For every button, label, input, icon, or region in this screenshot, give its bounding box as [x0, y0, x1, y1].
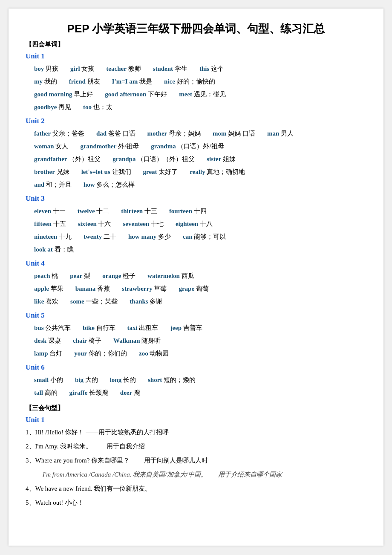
vocab-en: zoo	[139, 350, 148, 357]
vocab-block: father 父亲；爸爸dad 爸爸 口语mother 母亲；妈妈mom 妈妈 …	[34, 127, 366, 191]
vocab-cn: 好的；愉快的	[175, 78, 215, 85]
vocab-item: I'm=I am 我是	[112, 75, 152, 88]
vocab-en: thirteen	[121, 208, 143, 214]
vocab-cn: 学生	[173, 65, 187, 72]
vocab-row: lamp 台灯your 你的；你们的zoo 动物园	[34, 347, 366, 360]
vocab-cn: 十九	[57, 233, 72, 240]
vocab-row: nineteen 十九twenty 二十how many 多少can 能够；可以	[34, 230, 366, 243]
vocab-item: let's=let us 让我们	[81, 165, 131, 178]
vocab-item: my 我的	[34, 75, 57, 88]
vocab-item: sister 姐妹	[207, 153, 236, 165]
vocab-item: peach 桃	[34, 269, 58, 282]
vocab-item: sixteen 十六	[78, 217, 111, 230]
vocab-en: pear	[70, 272, 82, 279]
vocab-item: fourteen 十四	[169, 205, 207, 217]
vocab-cn: 高的	[43, 389, 58, 396]
vocab-item: giraffe 长颈鹿	[69, 386, 108, 399]
vocab-cn: 喜欢	[44, 298, 58, 305]
vocab-en: fifteen	[34, 220, 52, 227]
vocab-block: small 小的big 大的long 长的short 短的；矮的tall 高的g…	[34, 373, 366, 399]
vocab-row: bus 公共汽车bike 自行车taxi 出租车jeep 吉普车	[34, 321, 366, 334]
vocab-cn: 橙子	[121, 272, 135, 279]
vocab-item: chair 椅子	[73, 334, 101, 347]
vocab-en: friend	[69, 78, 86, 85]
vocab-item: how 多么；怎么样	[84, 178, 135, 191]
vocab-en: seventeen	[123, 220, 149, 227]
vocab-en: mother	[147, 130, 167, 137]
vocab-en: small	[34, 376, 49, 383]
vocab-item: taxi 出租车	[127, 321, 159, 334]
vocab-en: eleven	[34, 208, 51, 214]
vocab-row: small 小的big 大的long 长的short 短的；矮的	[34, 373, 366, 386]
vocab-item: watermelon 西瓜	[147, 269, 194, 282]
vocab-item: how many 多少	[128, 230, 171, 243]
vocab-en: grape	[179, 285, 194, 292]
vocab-en: goodbye	[34, 104, 57, 110]
vocab-en: how	[84, 181, 95, 188]
vocab-cn: 看；瞧	[53, 246, 74, 253]
vocab-cn: 长的	[121, 376, 136, 383]
vocab-cn: （外）祖父	[67, 156, 101, 162]
vocab-unit: Unit 6small 小的big 大的long 长的short 短的；矮的ta…	[26, 363, 366, 399]
vocab-cn: 再见	[57, 104, 71, 110]
vocab-row: grandfather （外）祖父grandpa （口语）（外）祖父sister…	[34, 153, 366, 165]
vocab-cn: 吉普车	[182, 324, 202, 331]
vocab-row: and 和；并且how 多么；怎么样	[34, 178, 366, 191]
vocab-cn: 苹果	[49, 285, 63, 292]
vocab-cn: 我是	[138, 78, 152, 85]
vocab-cn: 让我们	[110, 168, 131, 175]
vocab-item: look at 看；瞧	[34, 243, 74, 256]
vocab-cn: 香蕉	[95, 285, 110, 292]
vocab-en: and	[34, 181, 44, 188]
vocab-row: my 我的friend 朋友I'm=I am 我是nice 好的；愉快的	[34, 75, 366, 88]
vocab-cn: 母亲；妈妈	[167, 130, 201, 137]
vocab-item: long 长的	[110, 373, 136, 386]
vocab-row: brother 兄妹let's=let us 让我们great 太好了reall…	[34, 165, 366, 178]
vocab-cn: 妈妈 口语	[227, 130, 256, 137]
vocab-en: lamp	[34, 350, 48, 357]
vocab-en: student	[153, 65, 173, 72]
page: PEP 小学英语三年级下册四会单词、句型、练习汇总 【四会单词】 Unit 1b…	[9, 9, 383, 546]
unit-title: Unit 4	[26, 259, 366, 268]
vocab-en: woman	[34, 143, 54, 150]
vocab-item: fifteen 十五	[34, 217, 66, 230]
vocab-item: this 这个	[199, 62, 224, 75]
vocab-en: good afternoon	[105, 91, 146, 98]
vocab-item: twelve 十二	[78, 205, 110, 217]
vocab-item: mother 母亲；妈妈	[147, 127, 201, 140]
vocab-en: mom	[213, 130, 227, 137]
vocab-cn: 你的；你们的	[87, 350, 127, 357]
vocab-item: brother 兄妹	[34, 165, 69, 178]
vocab-en: strawberry	[122, 285, 153, 292]
vocab-row: apple 苹果banana 香蕉strawberry 草莓grape 葡萄	[34, 282, 366, 295]
vocab-cn: 葡萄	[194, 285, 209, 292]
unit-title: Unit 2	[26, 117, 366, 125]
vocab-en: deer	[120, 389, 132, 396]
sentence-item: 2、I'm Amy. 我叫埃米。 ——用于自我介绍	[26, 441, 366, 452]
section-vocabulary: 【四会单词】 Unit 1boy 男孩girl 女孩teacher 教师stud…	[26, 40, 366, 399]
vocab-en: man	[267, 130, 279, 137]
vocab-cn: 我的	[43, 78, 57, 85]
vocab-item: thanks 多谢	[130, 295, 162, 308]
vocab-en: too	[83, 104, 92, 110]
vocab-item: tall 高的	[34, 386, 58, 399]
vocab-en: sixteen	[78, 220, 97, 227]
vocab-en: nice	[164, 78, 175, 85]
vocab-unit: Unit 5bus 公共汽车bike 自行车taxi 出租车jeep 吉普车de…	[26, 311, 366, 360]
vocab-item: man 男人	[267, 127, 294, 140]
sentence-item: 5、Watch out! 小心！	[26, 497, 366, 509]
vocab-en: eighteen	[176, 220, 198, 227]
vocab-cn: 草莓	[153, 285, 167, 292]
vocab-cn: 十二	[95, 208, 110, 214]
vocab-cn: 桃	[50, 272, 58, 279]
vocab-en: dad	[96, 130, 107, 137]
vocab-cn: 十四	[192, 208, 207, 214]
vocab-en: bike	[83, 324, 95, 331]
vocab-item: dad 爸爸 口语	[96, 127, 135, 140]
vocab-cn: 父亲；爸爸	[51, 130, 84, 137]
vocab-item: desk 课桌	[34, 334, 61, 347]
sentence-unit: Unit 11、Hi! /Hello! 你好！ ——用于比较熟悉的人打招呼2、I…	[26, 416, 366, 509]
vocab-en: big	[75, 376, 84, 383]
vocab-en: boy	[34, 65, 44, 72]
section-vocabulary-header: 【四会单词】	[26, 40, 366, 49]
